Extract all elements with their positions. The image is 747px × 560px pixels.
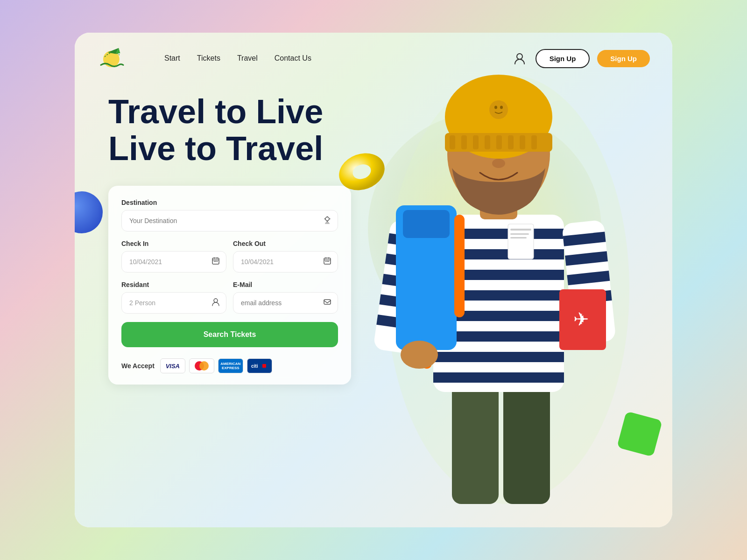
svg-point-13 — [214, 299, 218, 302]
resident-label: Residant — [121, 281, 226, 288]
logo[interactable] — [97, 46, 127, 71]
svg-rect-53 — [510, 233, 529, 235]
svg-rect-44 — [403, 210, 450, 238]
svg-rect-68 — [496, 135, 502, 149]
svg-rect-21 — [452, 383, 499, 504]
nav-travel[interactable]: Travel — [237, 54, 258, 63]
destination-wrapper — [121, 210, 338, 231]
mastercard-card — [189, 358, 214, 373]
svg-rect-7 — [215, 261, 216, 262]
destination-group: Destination — [121, 199, 338, 231]
booking-form: Destination — [108, 186, 351, 385]
svg-rect-54 — [510, 237, 527, 238]
nav-tickets[interactable]: Tickets — [197, 54, 220, 63]
svg-rect-22 — [503, 383, 550, 504]
svg-rect-45 — [454, 215, 465, 317]
email-input[interactable] — [233, 292, 338, 314]
resident-wrapper — [121, 292, 226, 314]
mail-icon — [323, 298, 331, 308]
svg-rect-30 — [433, 352, 564, 362]
svg-rect-71 — [531, 135, 537, 149]
nav-contact[interactable]: Contact Us — [275, 54, 311, 63]
payment-label: We Accept — [121, 362, 155, 370]
search-tickets-button[interactable]: Search Tickets — [121, 322, 338, 347]
nav-actions: Sign Up Sign Up — [511, 49, 650, 68]
svg-rect-19 — [262, 364, 266, 368]
payment-section: We Accept VISA — [121, 358, 338, 373]
svg-rect-52 — [510, 229, 531, 231]
person-icon — [211, 298, 220, 308]
location-icon — [323, 216, 331, 226]
amex-card: AMERICAN EXPRESS — [218, 358, 243, 373]
signup-button-outline[interactable]: Sign Up — [536, 49, 590, 68]
svg-rect-6 — [214, 261, 215, 262]
donut-decoration — [336, 145, 388, 198]
checkout-input[interactable] — [233, 251, 338, 273]
svg-point-3 — [517, 54, 522, 59]
email-group: E-Mail — [233, 281, 338, 314]
svg-point-4 — [325, 217, 329, 221]
checkin-checkout-row: Check In — [121, 240, 338, 273]
svg-rect-69 — [508, 135, 514, 149]
svg-point-57 — [492, 159, 505, 168]
email-wrapper — [233, 292, 338, 314]
main-card: Start Tickets Travel Contact Us Sign Up … — [75, 33, 672, 527]
destination-input[interactable] — [121, 210, 338, 231]
resident-group: Residant — [121, 281, 226, 314]
svg-point-47 — [401, 341, 438, 369]
checkin-group: Check In — [121, 240, 226, 273]
visa-logo: VISA — [166, 363, 180, 370]
checkout-label: Check Out — [233, 240, 338, 247]
svg-text:citi: citi — [251, 364, 258, 369]
svg-rect-70 — [520, 135, 525, 149]
hero-title-line1: Travel to Live — [108, 93, 323, 130]
amex-logo: AMERICAN EXPRESS — [218, 362, 243, 371]
checkin-input[interactable] — [121, 251, 226, 273]
nav-start[interactable]: Start — [164, 54, 180, 63]
svg-rect-31 — [433, 372, 564, 383]
visa-card: VISA — [160, 358, 185, 373]
svg-rect-14 — [324, 300, 331, 304]
resident-email-row: Residant E-Mail — [121, 281, 338, 314]
svg-text:✈: ✈ — [573, 309, 589, 329]
svg-rect-66 — [473, 135, 479, 149]
nav-links: Start Tickets Travel Contact Us — [164, 54, 493, 63]
svg-point-73 — [494, 106, 497, 109]
checkout-group: Check Out — [233, 240, 338, 273]
svg-rect-11 — [327, 261, 328, 262]
calendar-icon-checkout — [323, 257, 331, 267]
payment-cards: VISA AMERICAN EXPRESS — [160, 358, 272, 373]
checkin-wrapper — [121, 251, 226, 273]
email-label: E-Mail — [233, 281, 338, 288]
svg-point-72 — [489, 100, 508, 119]
destination-label: Destination — [121, 199, 338, 206]
citi-card: citi — [247, 358, 272, 373]
signup-button-yellow[interactable]: Sign Up — [597, 50, 650, 67]
svg-rect-67 — [485, 135, 490, 149]
svg-rect-10 — [325, 261, 326, 262]
svg-rect-12 — [328, 261, 329, 262]
resident-input[interactable] — [121, 292, 226, 314]
user-icon[interactable] — [511, 50, 528, 67]
calendar-icon-checkin — [211, 257, 220, 267]
svg-rect-65 — [461, 135, 467, 149]
svg-rect-64 — [450, 135, 455, 149]
svg-point-74 — [500, 106, 503, 109]
checkout-wrapper — [233, 251, 338, 273]
hero-right: ✈ — [379, 84, 639, 504]
hero-title-line2: Live to Travel — [108, 130, 323, 167]
checkin-label: Check In — [121, 240, 226, 247]
svg-point-16 — [199, 361, 209, 371]
navbar: Start Tickets Travel Contact Us Sign Up … — [75, 33, 672, 84]
svg-rect-8 — [217, 261, 218, 262]
